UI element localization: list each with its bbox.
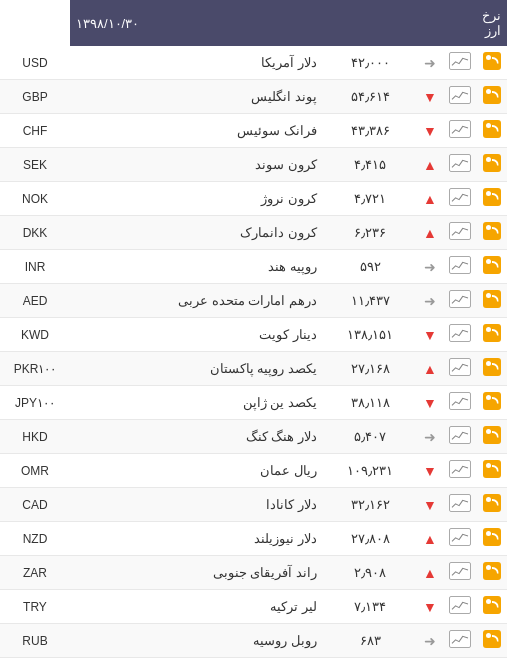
rss-cell[interactable] bbox=[476, 420, 507, 454]
chart-cell[interactable] bbox=[444, 80, 476, 114]
rss-icon[interactable] bbox=[483, 52, 501, 70]
rss-icon[interactable] bbox=[483, 256, 501, 274]
chart-cell[interactable] bbox=[444, 454, 476, 488]
chart-icon[interactable] bbox=[449, 120, 471, 138]
currency-name[interactable]: لیر ترکیه bbox=[70, 590, 325, 624]
currency-code[interactable]: PKR۱۰۰ bbox=[0, 352, 70, 386]
currency-name[interactable]: راند آفریقای جنوبی bbox=[70, 556, 325, 590]
rss-cell[interactable] bbox=[476, 624, 507, 658]
chart-icon[interactable] bbox=[449, 290, 471, 308]
rss-cell[interactable] bbox=[476, 522, 507, 556]
chart-icon[interactable] bbox=[449, 494, 471, 512]
chart-icon[interactable] bbox=[449, 256, 471, 274]
currency-code[interactable]: GBP bbox=[0, 80, 70, 114]
currency-name[interactable]: دلار کانادا bbox=[70, 488, 325, 522]
rss-cell[interactable] bbox=[476, 250, 507, 284]
currency-code[interactable]: NZD bbox=[0, 522, 70, 556]
chart-icon[interactable] bbox=[449, 188, 471, 206]
chart-icon[interactable] bbox=[449, 86, 471, 104]
chart-cell[interactable] bbox=[444, 590, 476, 624]
chart-icon[interactable] bbox=[449, 562, 471, 580]
currency-code[interactable]: INR bbox=[0, 250, 70, 284]
rss-cell[interactable] bbox=[476, 284, 507, 318]
chart-cell[interactable] bbox=[444, 352, 476, 386]
chart-icon[interactable] bbox=[449, 52, 471, 70]
rss-icon[interactable] bbox=[483, 528, 501, 546]
currency-code[interactable]: ZAR bbox=[0, 556, 70, 590]
rss-icon[interactable] bbox=[483, 154, 501, 172]
chart-cell[interactable] bbox=[444, 46, 476, 80]
currency-name[interactable]: یکصد ین ژاپن bbox=[70, 386, 325, 420]
chart-cell[interactable] bbox=[444, 216, 476, 250]
rss-cell[interactable] bbox=[476, 318, 507, 352]
chart-icon[interactable] bbox=[449, 154, 471, 172]
currency-name[interactable]: پوند انگلیس bbox=[70, 80, 325, 114]
rss-icon[interactable] bbox=[483, 358, 501, 376]
rss-cell[interactable] bbox=[476, 488, 507, 522]
currency-name[interactable]: دلار آمریکا bbox=[70, 46, 325, 80]
chart-cell[interactable] bbox=[444, 556, 476, 590]
currency-code[interactable]: HKD bbox=[0, 420, 70, 454]
currency-name[interactable]: درهم امارات متحده عربی bbox=[70, 284, 325, 318]
currency-name[interactable]: روبل روسیه bbox=[70, 624, 325, 658]
chart-cell[interactable] bbox=[444, 522, 476, 556]
rss-cell[interactable] bbox=[476, 352, 507, 386]
currency-name[interactable]: کرون نروژ bbox=[70, 182, 325, 216]
chart-cell[interactable] bbox=[444, 488, 476, 522]
rss-cell[interactable] bbox=[476, 590, 507, 624]
currency-name[interactable]: ریال عمان bbox=[70, 454, 325, 488]
rss-icon[interactable] bbox=[483, 392, 501, 410]
rss-cell[interactable] bbox=[476, 556, 507, 590]
rss-cell[interactable] bbox=[476, 386, 507, 420]
rss-cell[interactable] bbox=[476, 148, 507, 182]
currency-code[interactable]: CHF bbox=[0, 114, 70, 148]
rss-icon[interactable] bbox=[483, 120, 501, 138]
chart-icon[interactable] bbox=[449, 222, 471, 240]
rss-icon[interactable] bbox=[483, 86, 501, 104]
currency-code[interactable]: SEK bbox=[0, 148, 70, 182]
rss-icon[interactable] bbox=[483, 460, 501, 478]
rss-icon[interactable] bbox=[483, 426, 501, 444]
rss-icon[interactable] bbox=[483, 290, 501, 308]
chart-icon[interactable] bbox=[449, 528, 471, 546]
rss-icon[interactable] bbox=[483, 494, 501, 512]
currency-name[interactable]: دینار کویت bbox=[70, 318, 325, 352]
currency-code[interactable]: KWD bbox=[0, 318, 70, 352]
rss-cell[interactable] bbox=[476, 46, 507, 80]
chart-cell[interactable] bbox=[444, 386, 476, 420]
chart-icon[interactable] bbox=[449, 426, 471, 444]
currency-name[interactable]: دلار هنگ کنگ bbox=[70, 420, 325, 454]
rss-icon[interactable] bbox=[483, 324, 501, 342]
chart-icon[interactable] bbox=[449, 596, 471, 614]
rss-icon[interactable] bbox=[483, 596, 501, 614]
currency-code[interactable]: CAD bbox=[0, 488, 70, 522]
currency-name[interactable]: یکصد روپیه پاکستان bbox=[70, 352, 325, 386]
chart-cell[interactable] bbox=[444, 318, 476, 352]
chart-cell[interactable] bbox=[444, 148, 476, 182]
chart-cell[interactable] bbox=[444, 114, 476, 148]
chart-cell[interactable] bbox=[444, 624, 476, 658]
rss-cell[interactable] bbox=[476, 216, 507, 250]
chart-icon[interactable] bbox=[449, 460, 471, 478]
currency-name[interactable]: دلار نیوزیلند bbox=[70, 522, 325, 556]
chart-cell[interactable] bbox=[444, 182, 476, 216]
chart-icon[interactable] bbox=[449, 392, 471, 410]
currency-name[interactable]: کرون سوند bbox=[70, 148, 325, 182]
rss-icon[interactable] bbox=[483, 630, 501, 648]
currency-code[interactable]: USD bbox=[0, 46, 70, 80]
rss-icon[interactable] bbox=[483, 188, 501, 206]
chart-icon[interactable] bbox=[449, 630, 471, 648]
rss-cell[interactable] bbox=[476, 182, 507, 216]
chart-cell[interactable] bbox=[444, 420, 476, 454]
chart-icon[interactable] bbox=[449, 324, 471, 342]
currency-code[interactable]: RUB bbox=[0, 624, 70, 658]
currency-code[interactable]: NOK bbox=[0, 182, 70, 216]
currency-code[interactable]: JPY۱۰۰ bbox=[0, 386, 70, 420]
chart-cell[interactable] bbox=[444, 250, 476, 284]
chart-icon[interactable] bbox=[449, 358, 471, 376]
currency-code[interactable]: TRY bbox=[0, 590, 70, 624]
currency-code[interactable]: OMR bbox=[0, 454, 70, 488]
rss-icon[interactable] bbox=[483, 562, 501, 580]
rss-cell[interactable] bbox=[476, 454, 507, 488]
chart-cell[interactable] bbox=[444, 284, 476, 318]
